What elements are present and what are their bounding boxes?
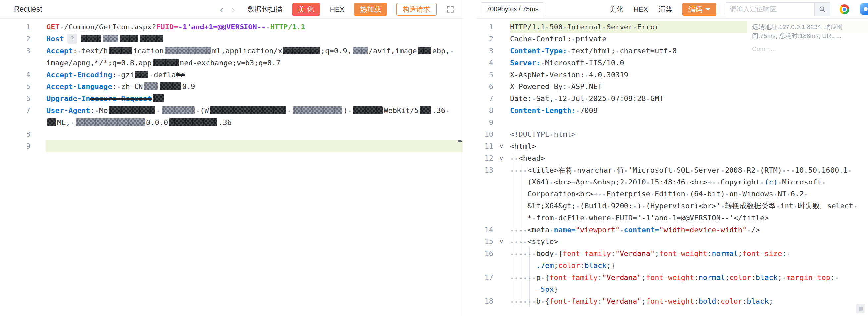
hotload-button[interactable]: 热加载 xyxy=(354,3,387,15)
chrome-browser-icon[interactable] xyxy=(839,4,849,14)
line-content[interactable]: X-Powered-By: ASP.NET xyxy=(510,81,868,93)
request-editor[interactable]: 1GET /Common/GetIcon.aspx?FUID=-1'and+1=… xyxy=(0,19,463,316)
fold-chevron-icon[interactable]: > xyxy=(496,156,507,160)
line-content[interactable]: <style> xyxy=(510,236,868,248)
code-line-5[interactable]: 5X-AspNet-Version: 4.0.30319 xyxy=(477,69,868,81)
encode-button[interactable]: 编码 xyxy=(682,3,716,15)
line-number: 9 xyxy=(477,117,493,128)
construct-request-button[interactable]: 构造请求 xyxy=(396,3,437,15)
fold-chevron-icon[interactable]: > xyxy=(496,145,507,148)
packet-nav: ‹ › xyxy=(220,4,235,14)
code-line-4[interactable]: 4Accept-Encoding: gzi deflate xyxy=(0,69,463,81)
line-content[interactable]: Host? xyxy=(46,33,463,45)
line-content[interactable]: Content-Length: 7009 xyxy=(510,105,868,117)
code-line-16[interactable]: 16 body {font-family:"Verdana";font-weig… xyxy=(477,248,868,272)
line-content[interactable]: <head> xyxy=(510,152,868,164)
code-line-8[interactable]: 8Content-Length: 7009 xyxy=(477,105,868,117)
line-content[interactable]: Date: Sat, 12 Jul 2025 07:09:28 GMT xyxy=(510,93,868,105)
request-toolbar: ‹ › 数据包扫描 美 化 HEX 热加载 构造请求 xyxy=(220,3,455,15)
response-pane: 7009bytes / 75ms 美化 HEX 渲染 编码 xyxy=(477,0,868,316)
line-content[interactable]: Accept-Encoding: gzi deflate xyxy=(46,69,463,81)
beautify-button[interactable]: 美 化 xyxy=(292,3,320,15)
code-line-13[interactable]: 13 <title>在将 nvarchar 值 'Microsoft SQL S… xyxy=(477,164,868,224)
line-number: 1 xyxy=(477,21,493,33)
code-line-11[interactable]: 11><html> xyxy=(477,140,868,152)
redaction-block xyxy=(153,94,164,102)
corner-widget-icon[interactable] xyxy=(856,304,865,313)
line-content[interactable]: X-AspNet-Version: 4.0.30319 xyxy=(510,69,868,81)
search-button[interactable] xyxy=(814,3,830,16)
line-content[interactable]: Accept-Language: zh-CN0.9 xyxy=(46,81,463,93)
next-packet-icon[interactable]: › xyxy=(231,4,235,14)
line-content[interactable]: p {font-family:"Verdana";font-weight:nor… xyxy=(510,272,868,295)
code-line-6[interactable]: 6X-Powered-By: ASP.NET xyxy=(477,81,868,93)
fold-chevron-icon[interactable]: > xyxy=(496,240,507,244)
line-content[interactable]: Upgrade-Insecure-Request xyxy=(46,93,463,105)
packet-scan-button[interactable]: 数据包扫描 xyxy=(247,5,283,14)
redaction-block xyxy=(120,35,138,42)
search-icon xyxy=(819,6,826,13)
line-number: 8 xyxy=(477,105,493,117)
code-line-8[interactable]: 8 xyxy=(0,128,463,140)
redaction-block xyxy=(48,118,56,126)
search-input[interactable] xyxy=(726,3,814,16)
code-line-7[interactable]: 7User-Agent: Mo (W ) WebKit/5.36 ML, 0.0… xyxy=(0,105,463,128)
prev-packet-icon[interactable]: ‹ xyxy=(220,4,224,14)
line-number: 8 xyxy=(0,128,30,140)
redaction-block xyxy=(420,106,431,114)
code-line-9[interactable]: 9 xyxy=(477,117,868,128)
line-content[interactable]: GET /Common/GetIcon.aspx?FUID=-1'and+1=@… xyxy=(46,21,463,33)
line-content[interactable]: b {font-family:"Verdana";font-weight:bol… xyxy=(510,295,868,307)
pane-splitter[interactable] xyxy=(464,0,477,316)
line-number: 1 xyxy=(0,21,30,33)
code-line-1[interactable]: 1GET /Common/GetIcon.aspx?FUID=-1'and+1=… xyxy=(0,21,463,33)
response-hex-button[interactable]: HEX xyxy=(633,5,649,13)
code-line-18[interactable]: 18 b {font-family:"Verdana";font-weight:… xyxy=(477,295,868,307)
line-number: 14 xyxy=(477,224,493,236)
hex-button[interactable]: HEX xyxy=(329,5,345,13)
line-content[interactable]: body {font-family:"Verdana";font-weight:… xyxy=(510,248,868,272)
code-line-5[interactable]: 5Accept-Language: zh-CN0.9 xyxy=(0,81,463,93)
response-editor[interactable]: 1HTTP/1.1 500 Internal Server Error2Cach… xyxy=(477,19,868,316)
response-beautify-button[interactable]: 美化 xyxy=(609,5,624,14)
redaction-block xyxy=(75,118,145,126)
response-toolbar: 美化 HEX 渲染 编码 xyxy=(609,2,849,16)
line-content[interactable] xyxy=(46,140,463,152)
fold-gutter: > xyxy=(493,140,510,152)
cropped-extension-icon[interactable] xyxy=(860,3,868,14)
request-title: Request xyxy=(14,5,42,13)
code-line-7[interactable]: 7Date: Sat, 12 Jul 2025 07:09:28 GMT xyxy=(477,93,868,105)
fullscreen-icon[interactable] xyxy=(446,5,455,13)
line-number: 13 xyxy=(477,164,493,176)
line-content[interactable]: <meta name="viewport" content="width=dev… xyxy=(510,224,868,236)
line-content[interactable] xyxy=(510,117,868,128)
encode-label: 编码 xyxy=(688,5,702,14)
line-content[interactable]: Accept: text/hicationml,application/x;q=… xyxy=(46,45,463,69)
overview-ruler-cursor-mark xyxy=(458,140,462,143)
http-packet-viewer: Request ‹ › 数据包扫描 美 化 HEX 热加载 构造请求 1GET … xyxy=(0,0,868,316)
response-render-button[interactable]: 渲染 xyxy=(658,5,673,14)
code-line-9[interactable]: 9 xyxy=(0,140,463,152)
tooltip-line-2: Comm... xyxy=(752,44,863,53)
code-line-17[interactable]: 17 p {font-family:"Verdana";font-weight:… xyxy=(477,272,868,295)
code-line-6[interactable]: 6Upgrade-Insecure-Request xyxy=(0,93,463,105)
line-content[interactable]: <!DOCTYPE html> xyxy=(510,128,868,140)
line-number: 7 xyxy=(0,105,30,117)
code-line-12[interactable]: 12> <head> xyxy=(477,152,868,164)
request-header: Request ‹ › 数据包扫描 美 化 HEX 热加载 构造请求 xyxy=(0,0,463,19)
line-number: 5 xyxy=(477,69,493,81)
line-number: 18 xyxy=(477,295,493,307)
redaction-block xyxy=(103,35,118,42)
code-line-2[interactable]: 2Host? xyxy=(0,33,463,45)
host-hint-badge[interactable]: ? xyxy=(67,34,77,44)
line-content[interactable] xyxy=(46,128,463,140)
redaction-block xyxy=(153,59,179,66)
fold-gutter: > xyxy=(493,236,510,248)
line-content[interactable]: User-Agent: Mo (W ) WebKit/5.36 ML, 0.0.… xyxy=(46,105,463,128)
line-content[interactable]: <html> xyxy=(510,140,868,152)
code-line-14[interactable]: 14 <meta name="viewport" content="width=… xyxy=(477,224,868,236)
code-line-15[interactable]: 15> <style> xyxy=(477,236,868,248)
code-line-3[interactable]: 3Accept: text/hicationml,application/x;q… xyxy=(0,45,463,69)
code-line-10[interactable]: 10<!DOCTYPE html> xyxy=(477,128,868,140)
line-content[interactable]: <title>在将 nvarchar 值 'Microsoft SQL Serv… xyxy=(510,164,868,224)
